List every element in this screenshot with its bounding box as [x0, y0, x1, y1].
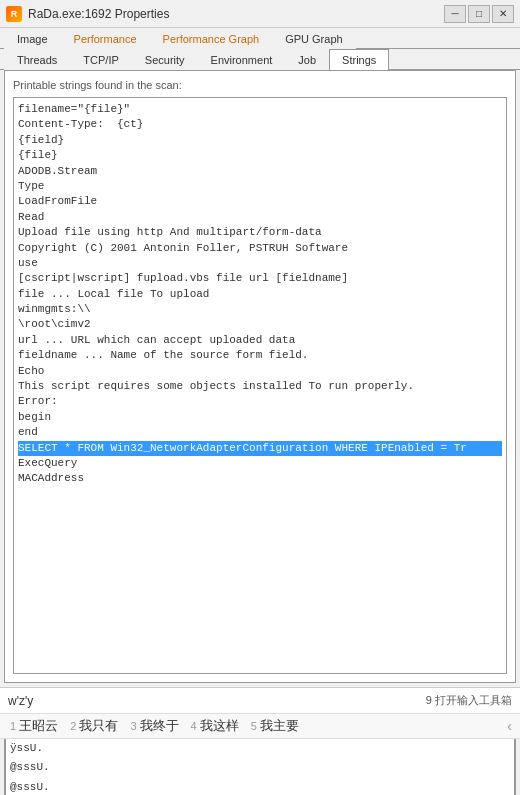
- text-line: \root\cimv2: [18, 317, 502, 332]
- tab-row1-performance-graph[interactable]: Performance Graph: [150, 28, 273, 49]
- text-line: Upload file using http And multipart/for…: [18, 225, 502, 240]
- ime-hint: 9 打开输入工具箱: [426, 693, 512, 708]
- suggestion-arrow[interactable]: ‹: [507, 718, 512, 734]
- app-icon: R: [6, 6, 22, 22]
- text-line: begin: [18, 410, 502, 425]
- ime-input[interactable]: w'z'y: [8, 694, 420, 708]
- section-label: Printable strings found in the scan:: [13, 79, 507, 91]
- window-controls: ─ □ ✕: [444, 5, 514, 23]
- text-line: fieldname ... Name of the source form fi…: [18, 348, 502, 363]
- tab-row2-threads[interactable]: Threads: [4, 49, 70, 70]
- text-line: use: [18, 256, 502, 271]
- text-line: [cscript|wscript] fupload.vbs file url […: [18, 271, 502, 286]
- text-line: url ... URL which can accept uploaded da…: [18, 333, 502, 348]
- text-line: winmgmts:\\: [18, 302, 502, 317]
- title-bar-left: R RaDa.exe:1692 Properties: [6, 6, 169, 22]
- more-text-line: @sssU.: [5, 758, 515, 777]
- suggestion-item-4[interactable]: 5 我主要: [249, 717, 301, 735]
- tab-row-2: ThreadsTCP/IPSecurityEnvironmentJobStrin…: [0, 49, 520, 70]
- close-button[interactable]: ✕: [492, 5, 514, 23]
- text-line: Read: [18, 210, 502, 225]
- text-line: Copyright (C) 2001 Antonin Foller, PSTRU…: [18, 241, 502, 256]
- more-text-line: @sssU.: [5, 778, 515, 795]
- text-line: Echo: [18, 364, 502, 379]
- title-bar: R RaDa.exe:1692 Properties ─ □ ✕: [0, 0, 520, 28]
- suggestion-item-1[interactable]: 2 我只有: [68, 717, 120, 735]
- text-line: end: [18, 425, 502, 440]
- tab-row2-job[interactable]: Job: [285, 49, 329, 70]
- text-line: LoadFromFile: [18, 194, 502, 209]
- strings-text-content[interactable]: filename="{file}"Content-Type: {ct}{fiel…: [14, 98, 506, 673]
- text-line: ExecQuery: [18, 456, 502, 471]
- tab-row-1: ImagePerformancePerformance GraphGPU Gra…: [0, 28, 520, 49]
- text-line: Content-Type: {ct}: [18, 117, 502, 132]
- text-line: {field}: [18, 133, 502, 148]
- strings-text-area[interactable]: filename="{file}"Content-Type: {ct}{fiel…: [13, 97, 507, 674]
- tab-row1-performance[interactable]: Performance: [61, 28, 150, 49]
- tab-row2-security[interactable]: Security: [132, 49, 198, 70]
- suggestion-item-3[interactable]: 4 我这样: [189, 717, 241, 735]
- window-title: RaDa.exe:1692 Properties: [28, 7, 169, 21]
- maximize-button[interactable]: □: [468, 5, 490, 23]
- suggestion-item-2[interactable]: 3 我终于: [128, 717, 180, 735]
- tab-row2-strings[interactable]: Strings: [329, 49, 389, 70]
- highlighted-line: SELECT * FROM Win32_NetworkAdapterConfig…: [18, 441, 502, 456]
- ime-bar: w'z'y 9 打开输入工具箱: [0, 687, 520, 713]
- tab-row2-tcp/ip[interactable]: TCP/IP: [70, 49, 131, 70]
- text-line: Error:: [18, 394, 502, 409]
- text-line: MACAddress: [18, 471, 502, 486]
- tab-row1-image[interactable]: Image: [4, 28, 61, 49]
- app-icon-letter: R: [11, 9, 18, 19]
- text-line: filename="{file}": [18, 102, 502, 117]
- text-line: Type: [18, 179, 502, 194]
- suggestion-bar: 1 王昭云 2 我只有 3 我终于 4 我这样 5 我主要‹: [0, 713, 520, 739]
- text-line: {file}: [18, 148, 502, 163]
- more-text-line: ÿssU.: [5, 739, 515, 758]
- tab-row1-gpu-graph[interactable]: GPU Graph: [272, 28, 355, 49]
- text-line: file ... Local file To upload: [18, 287, 502, 302]
- text-line: This script requires some objects instal…: [18, 379, 502, 394]
- minimize-button[interactable]: ─: [444, 5, 466, 23]
- tab-row2-environment[interactable]: Environment: [198, 49, 286, 70]
- suggestion-item-0[interactable]: 1 王昭云: [8, 717, 60, 735]
- main-content: Printable strings found in the scan: fil…: [4, 70, 516, 683]
- text-line: ADODB.Stream: [18, 164, 502, 179]
- more-text-container: ÿssU.@sssU.@sssU.wUhwUjWEh: [4, 739, 516, 795]
